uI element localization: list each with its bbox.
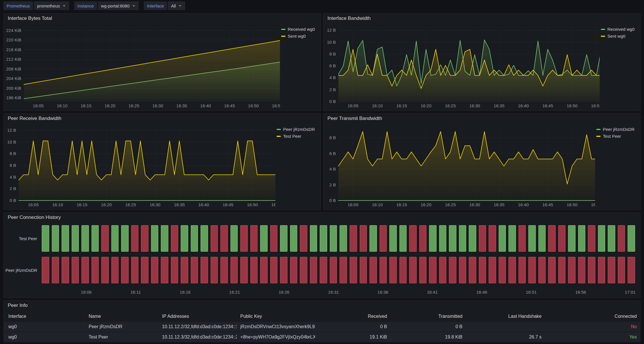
status-bar-connected xyxy=(508,225,516,252)
y-axis-tick-label: 12 B xyxy=(327,28,336,33)
status-bar-connected xyxy=(290,225,298,252)
line-chart-interface-bytes-total[interactable]: 196 KiB200 KiB204 KiB208 KiB212 KiB216 K… xyxy=(5,23,280,110)
status-bar-disconnected xyxy=(240,225,248,252)
chevron-down-icon xyxy=(62,4,66,7)
status-bar-disconnected xyxy=(469,257,476,283)
legend-item[interactable]: Peer jRzmDsDR xyxy=(596,127,635,132)
panel-interface-bytes-total: Interface Bytes Total 196 KiB200 KiB204 … xyxy=(3,13,321,111)
x-axis-tick-label: 16:50 xyxy=(248,103,259,108)
status-bar-connected xyxy=(42,225,49,252)
var-value-interface: All xyxy=(171,3,176,8)
var-select-instance[interactable]: wg-portal:8080 xyxy=(98,1,139,10)
status-history-chart[interactable]: Test PeerPeer jRzmDsDR16:0616:1116:1616:… xyxy=(4,223,635,295)
status-row: Peer jRzmDsDR xyxy=(4,257,635,283)
x-axis-tick-label: 16:15 xyxy=(77,202,87,207)
status-bar-disconnected xyxy=(588,225,595,252)
status-bar-connected xyxy=(578,225,586,252)
column-header-received[interactable]: Received xyxy=(315,314,390,319)
x-axis-tick-label: 16:50 xyxy=(247,202,258,207)
legend-item[interactable]: Peer jRzmDsDR xyxy=(277,127,315,132)
status-bar-connected xyxy=(469,225,476,252)
var-select-interface[interactable]: All xyxy=(168,1,185,10)
series-area xyxy=(24,35,280,102)
column-header-connected[interactable]: Connected xyxy=(545,314,640,319)
cell-interface: wg0 xyxy=(4,335,85,340)
status-bar-disconnected xyxy=(270,257,278,283)
panel-title[interactable]: Peer Receive Bandwidth xyxy=(4,114,321,123)
y-axis-tick-label: 8 B xyxy=(329,51,336,56)
x-axis-tick-label: 16:31 xyxy=(328,290,339,295)
column-header-last-handshake[interactable]: Last Handshake xyxy=(466,314,545,319)
status-bar-disconnected xyxy=(558,225,566,252)
legend-item[interactable]: Test Peer xyxy=(596,134,635,139)
status-bar-connected xyxy=(369,225,377,252)
status-bar-disconnected xyxy=(101,225,109,252)
table-row[interactable]: wg0Peer jRzmDsDR10.11.12.2/32,fdfd:d3ad:… xyxy=(4,322,640,332)
status-bar-disconnected xyxy=(131,225,139,252)
y-axis-tick-label: 0 B xyxy=(329,99,336,104)
line-chart-peer-receive-bandwidth[interactable]: 0 B2 B4 B6 B8 B10 B12 B16:0516:1016:1516… xyxy=(5,123,275,209)
var-select-datasource[interactable]: prometheus xyxy=(34,1,69,10)
column-header-name[interactable]: Name xyxy=(85,314,159,319)
status-bar-disconnected xyxy=(201,257,208,283)
status-bar-disconnected xyxy=(608,257,615,283)
panel-title[interactable]: Peer Connection History xyxy=(4,213,640,222)
legend-item[interactable]: Sent wg0 xyxy=(281,34,315,39)
x-axis-tick-label: 16:05 xyxy=(28,202,39,207)
legend-item[interactable]: Test Peer xyxy=(277,134,315,139)
line-chart-interface-bandwidth[interactable]: 0 B2 B4 B6 B8 B10 B12 B16:0516:1016:1516… xyxy=(325,23,600,110)
status-bar-disconnected xyxy=(459,257,466,283)
panel-title[interactable]: Peer Transmit Bandwidth xyxy=(323,114,640,123)
status-bar-disconnected xyxy=(519,225,526,252)
status-bar-connected xyxy=(499,225,506,252)
x-axis-tick-label: 16:35 xyxy=(174,202,185,207)
y-axis-tick-label: 220 KiB xyxy=(6,37,21,42)
status-bar-disconnected xyxy=(280,257,287,283)
legend-color-swatch xyxy=(601,36,605,37)
y-axis-tick-label: 8 B xyxy=(9,151,16,156)
panel-title[interactable]: Interface Bytes Total xyxy=(4,14,321,23)
column-header-transmitted[interactable]: Transmitted xyxy=(390,314,466,319)
status-bar-disconnected xyxy=(508,257,516,283)
status-bar-disconnected xyxy=(519,257,526,283)
column-header-ip-addresses[interactable]: IP Addresses xyxy=(159,314,237,319)
status-bar-disconnected xyxy=(399,257,407,283)
status-bar-disconnected xyxy=(111,257,119,283)
var-group-datasource: Prometheus prometheus xyxy=(3,1,69,10)
var-label-prometheus: Prometheus xyxy=(3,1,33,10)
status-bar-connected xyxy=(538,225,546,252)
status-bar-connected xyxy=(62,225,69,252)
legend-color-swatch xyxy=(281,29,285,30)
column-header-public-key[interactable]: Public Key xyxy=(237,314,315,319)
status-bar-disconnected xyxy=(42,257,49,283)
x-axis-tick-label: 16:30 xyxy=(153,103,163,108)
cell-received: 0 B xyxy=(315,324,390,329)
grafana-dashboard: { "topbar": { "vars": [ { "label": "Prom… xyxy=(0,0,644,344)
column-header-interface[interactable]: Interface xyxy=(4,314,85,319)
status-bar-disconnected xyxy=(250,257,258,283)
legend-item[interactable]: Received wg0 xyxy=(601,27,635,32)
legend-item[interactable]: Sent wg0 xyxy=(601,34,635,39)
chart-legend: Peer jRzmDsDRTest Peer xyxy=(275,123,319,209)
var-group-instance: Instance wg-portal:8080 xyxy=(74,1,139,10)
line-chart-peer-transmit-bandwidth[interactable]: 0 B2 B4 B6 B8 B16:0516:1016:1516:2016:25… xyxy=(325,123,595,209)
status-bar-disconnected xyxy=(300,225,307,252)
panel-title[interactable]: Peer Info xyxy=(4,301,640,310)
x-axis-tick-label: 16:40 xyxy=(518,202,529,207)
status-bar-disconnected xyxy=(121,257,129,283)
legend-item[interactable]: Received wg0 xyxy=(281,27,315,32)
x-axis-tick-label: 16:20 xyxy=(421,103,432,108)
status-bar-disconnected xyxy=(360,225,367,252)
x-axis-tick-label: 16:45 xyxy=(542,202,553,207)
x-axis-tick-label: 16:41 xyxy=(427,290,438,295)
y-axis-tick-label: 6 B xyxy=(9,163,16,168)
legend-color-swatch xyxy=(601,29,605,30)
status-bar-disconnected xyxy=(310,257,317,283)
status-row: Test Peer xyxy=(4,225,635,252)
x-axis-tick-label: 16:40 xyxy=(518,103,529,108)
table-row[interactable]: wg0Test Peer10.11.12.3/32,fdfd:d3ad:c0de… xyxy=(4,332,640,343)
status-bar-disconnected xyxy=(449,257,456,283)
panel-title[interactable]: Interface Bandwidth xyxy=(323,14,640,23)
x-axis-tick-label: 16:35 xyxy=(494,202,504,207)
legend-label: Test Peer xyxy=(283,134,301,139)
